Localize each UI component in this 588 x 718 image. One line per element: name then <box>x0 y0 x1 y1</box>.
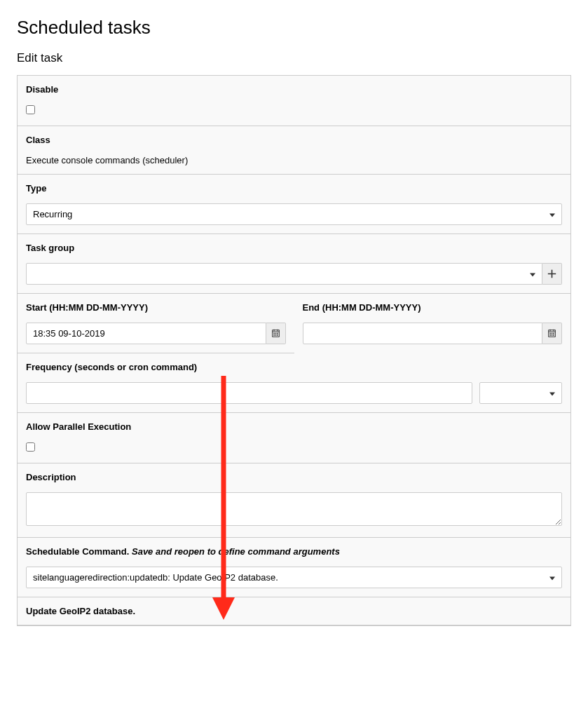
frequency-label: Frequency (seconds or cron command) <box>26 362 562 372</box>
calendar-icon <box>547 329 556 338</box>
svg-rect-7 <box>552 333 553 334</box>
task-group-label: Task group <box>26 243 562 253</box>
svg-rect-8 <box>553 333 554 334</box>
description-label: Description <box>26 472 562 482</box>
schedulable-command-label: Schedulable Command. Save and reopen to … <box>26 546 562 557</box>
section-allow-parallel: Allow Parallel Execution <box>18 413 570 463</box>
description-textarea[interactable] <box>26 492 562 526</box>
class-label: Class <box>26 135 562 145</box>
section-frequency: Frequency (seconds or cron command) <box>18 353 570 413</box>
svg-rect-3 <box>273 334 275 336</box>
start-datepicker-button[interactable] <box>266 323 286 344</box>
svg-rect-2 <box>277 333 278 334</box>
section-type: Type Recurring <box>18 175 570 234</box>
disable-checkbox[interactable] <box>26 105 35 114</box>
start-label: Start (HH:MM DD-MM-YYYY) <box>26 302 286 313</box>
class-value: Execute console commands (scheduler) <box>26 155 562 165</box>
section-task-group: Task group <box>18 234 570 294</box>
edit-task-form: Disable Class Execute console commands (… <box>17 75 571 626</box>
disable-label: Disable <box>26 84 562 95</box>
frequency-input[interactable] <box>26 382 472 404</box>
section-description: Description <box>18 463 570 538</box>
type-select[interactable]: Recurring <box>26 203 562 225</box>
svg-rect-5 <box>277 334 278 336</box>
start-input[interactable] <box>26 323 266 344</box>
calendar-icon <box>271 329 280 338</box>
section-end: End (HH:MM DD-MM-YYYY) <box>294 294 571 353</box>
allow-parallel-label: Allow Parallel Execution <box>26 421 562 432</box>
end-label: End (HH:MM DD-MM-YYYY) <box>303 302 563 313</box>
svg-rect-11 <box>553 334 554 336</box>
plus-icon <box>547 269 556 278</box>
add-task-group-button[interactable] <box>542 263 562 285</box>
frequency-preset-select[interactable] <box>479 382 562 404</box>
section-start: Start (HH:MM DD-MM-YYYY) <box>18 294 294 353</box>
end-input[interactable] <box>303 323 543 344</box>
svg-rect-1 <box>275 333 276 334</box>
section-class: Class Execute console commands (schedule… <box>18 126 570 175</box>
allow-parallel-checkbox[interactable] <box>26 442 35 452</box>
update-geoip-label: Update GeoIP2 database. <box>26 606 562 616</box>
svg-rect-6 <box>549 333 551 334</box>
page-title: Scheduled tasks <box>17 17 571 39</box>
type-label: Type <box>26 183 562 194</box>
svg-rect-0 <box>273 333 275 334</box>
svg-rect-4 <box>275 334 276 336</box>
section-update-geoip: Update GeoIP2 database. <box>18 597 570 625</box>
end-datepicker-button[interactable] <box>542 323 562 344</box>
svg-rect-9 <box>549 334 551 336</box>
section-disable: Disable <box>18 76 570 126</box>
schedulable-command-select[interactable]: sitelanguageredirection:updatedb: Update… <box>26 567 562 588</box>
section-schedulable-command: Schedulable Command. Save and reopen to … <box>18 538 570 597</box>
schedulable-command-label-note: Save and reopen to define command argume… <box>132 546 340 557</box>
schedulable-command-label-prefix: Schedulable Command. <box>26 546 132 557</box>
subtitle: Edit task <box>17 51 571 65</box>
svg-rect-10 <box>552 334 553 336</box>
task-group-select[interactable] <box>26 263 542 285</box>
